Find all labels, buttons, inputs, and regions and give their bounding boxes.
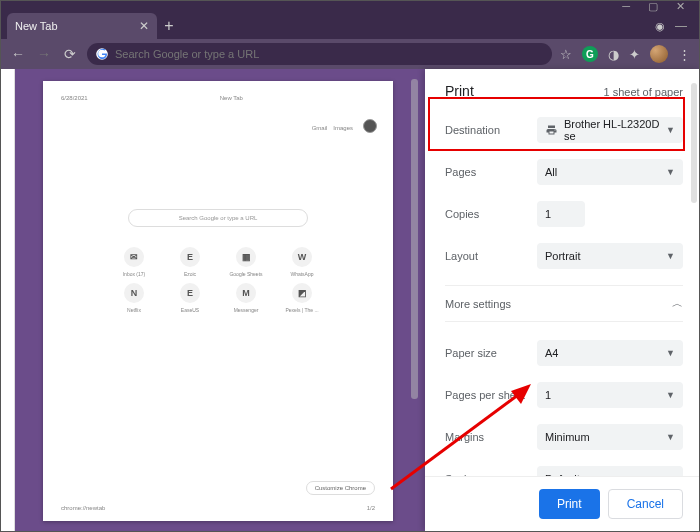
preview-title: New Tab — [220, 95, 243, 101]
omnibox[interactable] — [87, 43, 552, 65]
menu-icon[interactable]: ⋮ — [678, 47, 691, 62]
tab-close-icon[interactable]: ✕ — [139, 19, 149, 33]
shortcut-item: WWhatsApp — [281, 247, 323, 277]
shortcut-icon: E — [180, 247, 200, 267]
shortcut-icon: ◩ — [292, 283, 312, 303]
extension-icons: ☆ G ◑ ✦ ⋮ — [560, 45, 691, 63]
chevron-down-icon: ▼ — [666, 474, 675, 476]
copies-input[interactable]: 1 — [537, 201, 585, 227]
layout-dropdown[interactable]: Portrait ▼ — [537, 243, 683, 269]
forward-button: → — [35, 46, 53, 62]
shortcut-item: EEzoic — [169, 247, 211, 277]
preview-shortcuts: ✉Inbox (17) EEzoic ▦Google Sheets WWhats… — [113, 247, 323, 313]
media-indicator-icon[interactable]: ◉ — [655, 20, 665, 33]
reload-button[interactable]: ⟳ — [61, 46, 79, 62]
shortcut-icon: ▦ — [236, 247, 256, 267]
shortcut-icon: W — [292, 247, 312, 267]
preview-pagenum: 1/2 — [367, 505, 375, 511]
tabstrip-separator — [675, 26, 687, 27]
browser-toolbar: ← → ⟳ ☆ G ◑ ✦ ⋮ — [1, 39, 699, 69]
omnibox-input[interactable] — [115, 48, 544, 60]
preview-url: chrome://newtab — [61, 505, 105, 511]
print-dialog-title: Print — [445, 83, 474, 99]
shortcut-item: NNetflix — [113, 283, 155, 313]
shortcut-icon: ✉ — [124, 247, 144, 267]
dialog-scrollbar[interactable] — [691, 83, 697, 203]
shortcut-icon: N — [124, 283, 144, 303]
printer-icon — [545, 124, 558, 136]
new-tab-button[interactable]: + — [157, 13, 181, 39]
window-titlebar: ─ ▢ ✕ — [1, 1, 699, 11]
margins-label: Margins — [445, 431, 537, 443]
pages-per-sheet-label: Pages per sheet — [445, 389, 537, 401]
shortcut-icon: M — [236, 283, 256, 303]
print-button[interactable]: Print — [539, 489, 600, 519]
paper-size-label: Paper size — [445, 347, 537, 359]
copies-label: Copies — [445, 208, 537, 220]
chevron-up-icon: ︿ — [672, 296, 683, 311]
preview-footer: chrome://newtab 1/2 — [61, 505, 375, 511]
scale-dropdown[interactable]: Default ▼ — [537, 466, 683, 476]
images-link: Images — [333, 125, 353, 131]
customize-chrome-button: Customize Chrome — [306, 481, 375, 495]
preview-page: 6/28/2021 New Tab Gmail Images Search Go… — [43, 81, 393, 521]
shortcut-item: ✉Inbox (17) — [113, 247, 155, 277]
print-dialog-footer: Print Cancel — [425, 476, 699, 531]
tab-title: New Tab — [15, 20, 58, 32]
pages-dropdown[interactable]: All ▼ — [537, 159, 683, 185]
preview-user-avatar — [363, 119, 377, 133]
more-settings-toggle[interactable]: More settings ︿ — [445, 285, 683, 322]
window-minimize-icon[interactable]: ─ — [622, 0, 630, 12]
window-maximize-icon[interactable]: ▢ — [648, 0, 658, 13]
grammarly-icon[interactable]: G — [582, 46, 598, 62]
preview-scrollbar[interactable] — [411, 79, 418, 399]
paper-size-dropdown[interactable]: A4 ▼ — [537, 340, 683, 366]
preview-search-box: Search Google or type a URL — [128, 209, 308, 227]
google-icon — [95, 47, 109, 61]
extensions-puzzle-icon[interactable]: ✦ — [629, 47, 640, 62]
chevron-down-icon: ▼ — [666, 125, 675, 135]
print-dialog: Print 1 sheet of paper Destination Broth… — [425, 69, 699, 531]
extension-icon[interactable]: ◑ — [608, 47, 619, 62]
shortcut-item: ◩Pexels | The ... — [281, 283, 323, 313]
preview-links: Gmail Images — [312, 125, 353, 131]
shortcut-item: EEaseUS — [169, 283, 211, 313]
pages-label: Pages — [445, 166, 537, 178]
star-icon[interactable]: ☆ — [560, 47, 572, 62]
chevron-down-icon: ▼ — [666, 251, 675, 261]
shortcut-item: ▦Google Sheets — [225, 247, 267, 277]
preview-header: 6/28/2021 New Tab — [61, 95, 375, 101]
destination-dropdown[interactable]: Brother HL-L2320D se ▼ — [537, 117, 683, 143]
browser-tab[interactable]: New Tab ✕ — [7, 13, 157, 39]
pages-per-sheet-dropdown[interactable]: 1 ▼ — [537, 382, 683, 408]
gmail-link: Gmail — [312, 125, 328, 131]
shortcut-item: MMessenger — [225, 283, 267, 313]
tabstrip-right: ◉ — [655, 13, 699, 39]
chevron-down-icon: ▼ — [666, 390, 675, 400]
layout-label: Layout — [445, 250, 537, 262]
content-area: 6/28/2021 New Tab Gmail Images Search Go… — [1, 69, 699, 531]
print-preview-pane: 6/28/2021 New Tab Gmail Images Search Go… — [1, 69, 425, 531]
back-button[interactable]: ← — [9, 46, 27, 62]
chevron-down-icon: ▼ — [666, 167, 675, 177]
destination-label: Destination — [445, 124, 537, 136]
margins-dropdown[interactable]: Minimum ▼ — [537, 424, 683, 450]
tab-strip: New Tab ✕ + ◉ — [1, 11, 699, 39]
cancel-button[interactable]: Cancel — [608, 489, 683, 519]
preview-date: 6/28/2021 — [61, 95, 88, 101]
profile-avatar[interactable] — [650, 45, 668, 63]
shortcut-icon: E — [180, 283, 200, 303]
chevron-down-icon: ▼ — [666, 348, 675, 358]
sheet-count: 1 sheet of paper — [603, 86, 683, 98]
window-close-icon[interactable]: ✕ — [676, 0, 685, 13]
chevron-down-icon: ▼ — [666, 432, 675, 442]
